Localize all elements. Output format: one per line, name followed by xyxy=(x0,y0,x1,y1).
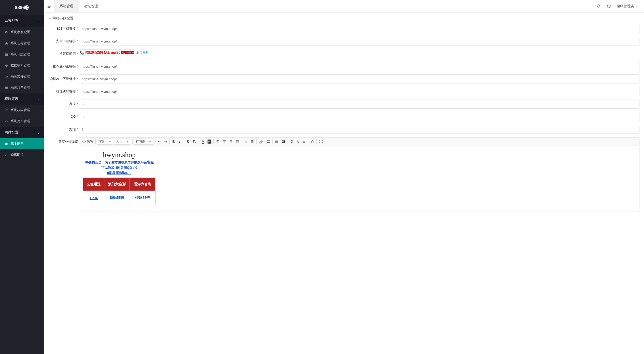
toolbar-fullscreen-button[interactable]: ⛶ xyxy=(318,139,324,145)
toolbar-outdent-button[interactable]: ⇤ xyxy=(156,139,162,145)
fullscreen-icon: ⛶ xyxy=(319,140,323,144)
toolbar-italic-button[interactable]: I xyxy=(177,139,183,145)
toolbar-unlink-button[interactable]: ⛓ xyxy=(265,139,271,145)
toolbar-size-select[interactable]: 大小▾ xyxy=(114,139,130,145)
announce-line: 尊敬的会员：为了更方便联系导师以及平台客服 xyxy=(83,160,156,165)
required-icon: * xyxy=(77,125,78,134)
caret-down-icon: ▾ xyxy=(109,140,111,143)
toolbar-ul-button[interactable]: ☰ xyxy=(249,139,255,145)
toolbar-align-right-button[interactable] xyxy=(228,139,234,145)
toolbar-font-select[interactable]: 字体▾ xyxy=(97,139,113,145)
sidebar-item-carousel[interactable]: ▱ 轮播图片 xyxy=(0,149,44,160)
toolbar-indent-button[interactable]: ⇥ xyxy=(162,139,168,145)
toolbar-globe-button[interactable]: ⊕ xyxy=(295,139,301,145)
sidebar-item-label: 系统参数配置 xyxy=(11,30,30,34)
unlink-icon: ⛓ xyxy=(266,140,270,144)
toolbar-bold-button[interactable]: B xyxy=(171,139,177,145)
toolbar-source-label: 源码 xyxy=(87,140,93,144)
input-forum-app-link[interactable] xyxy=(79,74,639,83)
sidebar-item-label: 系统任务管理 xyxy=(11,41,30,46)
input-paopao[interactable] xyxy=(79,125,639,134)
notifications-button[interactable] xyxy=(596,4,601,9)
sidebar-item-label: 基本配置 xyxy=(11,142,24,146)
tab-system[interactable]: 系统管理 xyxy=(54,0,79,12)
grid-icon: ✱ xyxy=(5,142,8,146)
toolbar-table-button[interactable]: ▦ xyxy=(274,139,280,145)
sidebar-item-sys-menu[interactable]: ▦ 系统菜单管理 xyxy=(0,82,44,93)
link-icon: 🔗 xyxy=(259,140,263,144)
toolbar-source-button[interactable]: 源码 xyxy=(81,139,94,145)
image-icon: 🖼 xyxy=(281,140,285,144)
toolbar-align-left-button[interactable] xyxy=(215,139,221,145)
table-icon: ▦ xyxy=(275,140,278,144)
sidebar-item-sys-perm[interactable]: ♡ 系统权限管理 xyxy=(0,105,44,116)
content[interactable]: IOS下载链接* 安卓下载链接* 推荐底部图* 📞 买港澳台新彩 趴上 xyxy=(44,24,644,354)
sidebar-item-sys-logs[interactable]: ▤ 系统日志管理 xyxy=(0,49,44,60)
toolbar-iframe-button[interactable]: ▭ xyxy=(301,139,307,145)
header: 系统管理 论坛管理 超级管理员 ⌄ xyxy=(44,0,644,13)
label-ios-link: IOS下载链接 xyxy=(57,24,76,31)
input-qq[interactable] xyxy=(79,112,639,121)
label-qq: QQ xyxy=(71,112,76,119)
sidebar-item-sys-user[interactable]: ዶ 系统用户管理 xyxy=(0,116,44,127)
toolbar-clearformat-button[interactable]: Tₓ xyxy=(191,139,198,145)
toolbar-strike-button[interactable]: S xyxy=(185,139,191,145)
toolbar-bgcolor-button[interactable]: A xyxy=(206,139,212,145)
toolbar-separator xyxy=(213,139,214,144)
breadcrumb-sep-icon: » xyxy=(49,16,51,20)
toolbar-lineheight-select[interactable]: 行间距▾ xyxy=(134,139,153,145)
sidebar-item-basic-config[interactable]: ✱ 基本配置 xyxy=(0,138,44,149)
header-tabs: 系统管理 论坛管理 xyxy=(54,0,103,12)
toolbar-align-center-button[interactable] xyxy=(221,139,228,145)
sidebar-item-sys-files[interactable]: ▭ 系统文件管理 xyxy=(0,71,44,82)
input-ios-link[interactable] xyxy=(79,24,639,33)
toolbar-separator xyxy=(272,139,273,144)
sidebar-item-sys-params[interactable]: ⚙ 系统参数配置 xyxy=(0,27,44,38)
menu-group-perm: 权限管理 ⌃ ♡ 系统权限管理 ዶ 系统用户管理 xyxy=(0,93,44,127)
row-forum-app-link: 论坛APP下载链接* xyxy=(49,74,639,83)
menu-group-head-site[interactable]: 网站配置 ⌃ xyxy=(0,127,44,138)
user-dropdown[interactable]: 超级管理员 ⌄ xyxy=(617,4,638,9)
sidebar-item-label: 系统文件管理 xyxy=(11,74,30,79)
doc-icon: ▤ xyxy=(5,53,8,56)
refresh-button[interactable] xyxy=(607,4,611,9)
toolbar-omega-button[interactable]: Ω xyxy=(289,139,295,145)
row-rec-bottom-img: 推荐底部图* 📞 买港澳台新彩 趴上 88869 .cc 特码 55倍 xyxy=(49,49,639,58)
toolbar-separator xyxy=(256,139,257,144)
label-android-link: 安卓下载链接 xyxy=(56,37,76,43)
menu-group-head-perm[interactable]: 权限管理 ⌃ xyxy=(0,93,44,105)
announce-th: 澳门六合彩 xyxy=(104,178,130,191)
toolbar-print-button[interactable]: ⎙ xyxy=(309,139,315,145)
toolbar-link-button[interactable]: 🔗 xyxy=(258,139,265,145)
menu-group-head-system[interactable]: 系统配置 ⌃ xyxy=(0,15,44,27)
announce-th: 香港六合彩 xyxy=(130,178,155,191)
toolbar-align-justify-button[interactable] xyxy=(234,139,241,145)
editor-body[interactable]: hwym.shop 尊敬的会员：为了更方便联系导师以及平台客服 可以添加 8彩客… xyxy=(79,146,639,211)
tab-forum[interactable]: 论坛管理 xyxy=(79,0,103,12)
input-wechat[interactable] xyxy=(79,100,639,109)
indent-icon: ⇥ xyxy=(164,140,167,144)
database-icon: ⊝ xyxy=(5,64,8,67)
toolbar-image-button[interactable]: 🖼 xyxy=(280,139,287,145)
hamburger-button[interactable] xyxy=(44,0,54,13)
toolbar-separator xyxy=(199,139,199,144)
iframe-icon: ▭ xyxy=(302,140,306,144)
sidebar-item-data-dict[interactable]: ⊝ 数据字典管理 xyxy=(0,60,44,71)
promo-text-cc: .cc xyxy=(121,51,126,54)
toolbar-textcolor-button[interactable]: A xyxy=(200,139,206,145)
sidebar-item-sys-tasks[interactable]: ◷ 系统任务管理 xyxy=(0,38,44,49)
required-icon: * xyxy=(77,62,78,71)
italic-icon: I xyxy=(179,140,180,144)
bell-icon xyxy=(596,4,601,9)
shield-icon: ♡ xyxy=(5,108,8,112)
input-bet-jump-link[interactable] xyxy=(79,87,639,96)
upload-image-link[interactable]: 上传图片 xyxy=(136,50,149,55)
menu-group-system: 系统配置 ⌃ ⚙ 系统参数配置 ◷ 系统任务管理 ▤ 系统日志管理 ⊝ 数据字典… xyxy=(0,15,44,93)
toolbar-ol-button[interactable]: ≣ xyxy=(243,139,249,145)
input-android-link[interactable] xyxy=(79,37,639,46)
announce-th: 充值赠送 xyxy=(83,178,104,191)
globe-icon: ⊕ xyxy=(296,140,299,144)
input-rec-bottom-link[interactable] xyxy=(79,62,639,71)
label-bet-jump-link: 投注跳转链接 xyxy=(56,87,76,94)
hamburger-icon xyxy=(47,4,52,9)
